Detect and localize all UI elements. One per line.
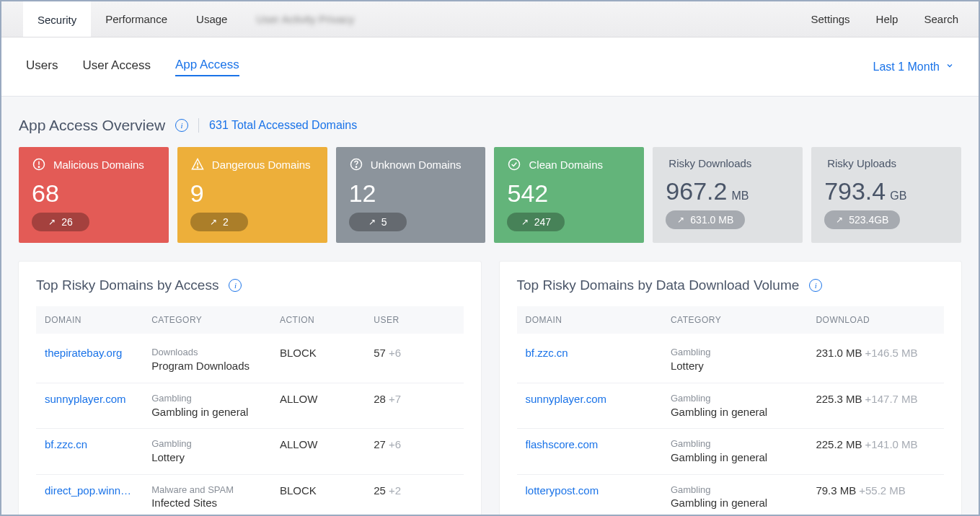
tab-security[interactable]: Security [23, 1, 91, 37]
category-top: Gambling [151, 438, 262, 450]
download-value: 79.3 MB [816, 484, 856, 497]
card-label: Risky Uploads [827, 157, 896, 169]
user-delta: +2 [389, 484, 401, 497]
link-settings[interactable]: Settings [811, 13, 849, 25]
trend-up-icon: ↗ [210, 217, 217, 227]
card-delta: 523.4GB [849, 214, 888, 226]
download-delta: +147.7 MB [865, 393, 918, 405]
content: App Access Overview i 631 Total Accessed… [1, 97, 979, 516]
domain-link[interactable]: sunnyplayer.com [45, 393, 134, 405]
chevron-down-icon [945, 61, 954, 72]
table-row[interactable]: sunnyplayer.comGamblingGambling in gener… [517, 383, 945, 428]
category-bottom: Program Downloads [151, 359, 262, 373]
question-icon [349, 157, 363, 172]
domain-link[interactable]: bf.zzc.cn [45, 438, 134, 450]
card-delta: 247 [534, 216, 551, 228]
card-clean-domains[interactable]: Clean Domains 542 ↗ 247 [494, 147, 644, 243]
download-value: 225.3 MB [816, 393, 862, 405]
col-category[interactable]: CATEGORY [143, 306, 271, 334]
tab-usage[interactable]: Usage [182, 1, 242, 37]
domain-link[interactable]: lotterypost.com [526, 484, 653, 497]
category-bottom: Infected Sites [151, 496, 262, 510]
trend-up-icon: ↗ [836, 215, 843, 225]
info-icon[interactable]: i [229, 279, 242, 292]
trend-up-icon: ↗ [677, 215, 684, 225]
card-malicious-domains[interactable]: Malicious Domains 68 ↗ 26 [19, 147, 169, 243]
table-row[interactable]: flashscore.comGamblingGambling in genera… [517, 429, 945, 474]
action-cell: ALLOW [271, 429, 365, 474]
user-count: 28 [374, 393, 386, 405]
user-delta: +7 [389, 393, 401, 405]
subtab-user-access[interactable]: User Access [82, 58, 150, 76]
trend-up-icon: ↗ [48, 217, 56, 227]
tab-blurred[interactable]: User Activity Privacy [242, 1, 368, 37]
user-count: 27 [374, 438, 386, 450]
domain-link[interactable]: thepiratebay.org [45, 347, 134, 359]
info-icon[interactable]: i [809, 279, 822, 292]
domain-link[interactable]: direct_pop.winner... [45, 484, 134, 497]
download-value: 225.2 MB [816, 438, 862, 450]
card-label: Dangerous Domains [212, 159, 311, 171]
time-range-selector[interactable]: Last 1 Month [873, 61, 955, 74]
table-row[interactable]: direct_pop.winner...Malware and SPAMInfe… [36, 474, 464, 516]
category-bottom: Gambling in general [151, 405, 262, 419]
info-icon[interactable]: i [175, 119, 188, 132]
subnav-tabs: Users User Access App Access [26, 58, 239, 76]
subtab-users[interactable]: Users [26, 58, 58, 76]
trend-up-icon: ↗ [521, 217, 529, 227]
link-help[interactable]: Help [876, 13, 899, 25]
domain-link[interactable]: bf.zzc.cn [526, 347, 653, 359]
card-delta-pill: ↗ 523.4GB [824, 210, 900, 229]
table-row[interactable]: bf.zzc.cnGamblingLottery231.0 MB+146.5 M… [517, 334, 945, 383]
domain-link[interactable]: flashscore.com [526, 438, 653, 450]
topbar-tabs: Security Performance Usage User Activity… [1, 1, 368, 37]
action-cell: ALLOW [271, 383, 365, 428]
user-count: 57 [374, 347, 386, 359]
col-user[interactable]: USER [365, 306, 463, 334]
user-delta: +6 [389, 347, 401, 359]
card-delta-pill: ↗ 26 [32, 213, 89, 231]
col-domain[interactable]: DOMAIN [36, 306, 143, 334]
tab-performance[interactable]: Performance [91, 1, 182, 37]
table-row[interactable]: bf.zzc.cnGamblingLotteryALLOW27+6 [36, 429, 464, 474]
link-search[interactable]: Search [924, 13, 958, 25]
table-row[interactable]: lotterypost.comGamblingGambling in gener… [517, 474, 945, 516]
card-value: 793.4GB [824, 178, 948, 205]
card-dangerous-domains[interactable]: Dangerous Domains 9 ↗ 2 [177, 147, 327, 243]
card-delta: 26 [61, 216, 73, 228]
table-row[interactable]: thepiratebay.orgDownloadsProgram Downloa… [36, 334, 464, 383]
card-risky-uploads[interactable]: Risky Uploads 793.4GB ↗ 523.4GB [811, 147, 961, 243]
card-delta-pill: ↗ 247 [507, 213, 565, 231]
panel-title-text: Top Risky Domains by Access [36, 277, 218, 293]
warning-icon [190, 157, 205, 172]
overview-title: App Access Overview [19, 117, 165, 134]
col-category[interactable]: CATEGORY [662, 306, 807, 334]
card-value: 12 [349, 180, 473, 207]
category-top: Gambling [671, 438, 798, 450]
panels-row: Top Risky Domains by Access i DOMAIN CAT… [19, 262, 961, 516]
svg-point-6 [356, 166, 356, 167]
user-count: 25 [374, 484, 386, 497]
panel-top-risky-by-download: Top Risky Domains by Data Download Volum… [500, 262, 962, 516]
divider [198, 118, 199, 133]
col-action[interactable]: ACTION [271, 306, 365, 334]
svg-point-2 [38, 166, 39, 167]
card-unknown-domains[interactable]: Unknown Domains 12 ↗ 5 [336, 147, 486, 243]
panel-title-text: Top Risky Domains by Data Download Volum… [517, 277, 800, 293]
check-icon [507, 157, 521, 172]
subtab-app-access[interactable]: App Access [175, 58, 239, 76]
action-cell: BLOCK [271, 334, 365, 383]
summary-link[interactable]: 631 Total Accessed Domains [209, 119, 357, 132]
card-risky-downloads[interactable]: Risky Downloads 967.2MB ↗ 631.0 MB [653, 147, 803, 243]
time-range-label: Last 1 Month [873, 61, 940, 74]
card-value: 967.2MB [666, 178, 790, 205]
card-delta-pill: ↗ 5 [349, 213, 407, 231]
topbar: Security Performance Usage User Activity… [1, 1, 979, 37]
category-bottom: Gambling in general [671, 496, 798, 510]
domain-link[interactable]: sunnyplayer.com [526, 393, 653, 405]
user-delta: +6 [389, 438, 401, 450]
col-domain[interactable]: DOMAIN [517, 306, 662, 334]
card-value: 68 [32, 180, 156, 207]
table-row[interactable]: sunnyplayer.comGamblingGambling in gener… [36, 383, 464, 428]
col-download[interactable]: DOWNLOAD [807, 306, 944, 334]
